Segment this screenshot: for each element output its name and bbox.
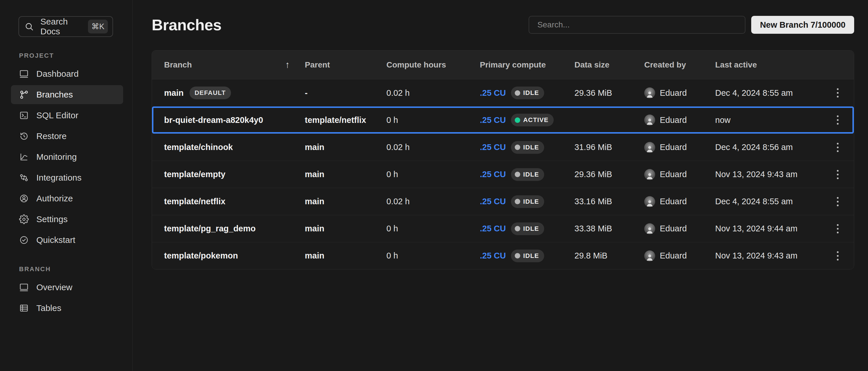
parent-branch: - — [305, 88, 386, 98]
compute-units-link[interactable]: .25 CU — [480, 197, 506, 206]
table-row[interactable]: br-quiet-dream-a820k4y0 template/netflix… — [152, 106, 854, 133]
compute-units-link[interactable]: .25 CU — [480, 251, 506, 260]
sidebar-item-label: SQL Editor — [36, 111, 79, 120]
sidebar-item-branches[interactable]: Branches — [11, 85, 123, 104]
row-menu-button[interactable] — [834, 85, 841, 100]
nav-section-label-project: PROJECT — [19, 52, 132, 59]
search-docs-button[interactable]: Search Docs ⌘K — [19, 16, 113, 37]
last-active: Dec 4, 2024 8:56 am — [715, 143, 826, 152]
column-header-branch[interactable]: Branch ↑ — [164, 59, 305, 70]
search-docs-label: Search Docs — [40, 17, 82, 36]
column-header-data-size[interactable]: Data size — [575, 60, 644, 69]
column-header-compute-hours[interactable]: Compute hours — [386, 60, 480, 69]
branch-name: br-quiet-dream-a820k4y0 — [164, 115, 263, 125]
row-menu-button[interactable] — [834, 167, 841, 182]
branch-name: template/chinook — [164, 143, 233, 152]
row-menu-button[interactable] — [834, 194, 841, 209]
sidebar-item-label: Settings — [36, 214, 67, 224]
branch-search-input[interactable] — [529, 16, 745, 34]
last-active: Dec 4, 2024 8:55 am — [715, 88, 826, 98]
parent-branch: main — [305, 197, 386, 206]
table-row[interactable]: main DEFAULT - 0.02 h .25 CU IDLE 29.36 … — [152, 79, 854, 106]
compute-units-link[interactable]: .25 CU — [480, 224, 506, 234]
branch-name: main — [164, 88, 184, 98]
sidebar-item-overview[interactable]: Overview — [11, 278, 123, 297]
data-size: 33.16 MiB — [575, 197, 644, 206]
header-actions: New Branch 7/100000 — [529, 16, 854, 34]
compute-units-link[interactable]: .25 CU — [480, 115, 506, 125]
sidebar-item-label: Dashboard — [36, 69, 79, 79]
column-header-created-by[interactable]: Created by — [644, 60, 715, 69]
parent-branch: main — [305, 224, 386, 234]
sidebar-item-restore[interactable]: Restore — [11, 127, 123, 146]
status-badge: IDLE — [511, 195, 544, 208]
page-title: Branches — [152, 16, 221, 34]
last-active: Nov 13, 2024 9:43 am — [715, 251, 826, 260]
column-header-parent[interactable]: Parent — [305, 60, 386, 69]
avatar — [644, 169, 655, 180]
parent-branch: main — [305, 251, 386, 260]
sidebar-item-quickstart[interactable]: Quickstart — [11, 230, 123, 250]
compute-hours: 0.02 h — [386, 197, 480, 206]
branch-name: template/pokemon — [164, 251, 238, 260]
settings-icon — [19, 214, 29, 224]
status-dot-icon — [515, 253, 520, 258]
integrations-icon — [19, 173, 29, 183]
nav-section-label-branch: BRANCH — [19, 266, 132, 273]
row-menu-button[interactable] — [834, 248, 841, 264]
status-dot-icon — [515, 145, 520, 150]
column-header-last-active[interactable]: Last active — [715, 60, 826, 69]
table-row[interactable]: template/chinook main 0.02 h .25 CU IDLE… — [152, 133, 854, 161]
creator-name: Eduard — [660, 143, 687, 152]
table-row[interactable]: template/empty main 0 h .25 CU IDLE 29.3… — [152, 161, 854, 188]
avatar — [644, 196, 655, 207]
avatar — [644, 142, 655, 153]
parent-branch: main — [305, 143, 386, 152]
status-badge: IDLE — [511, 250, 544, 262]
data-size: 29.36 MiB — [575, 88, 644, 98]
avatar — [644, 87, 655, 98]
table-row[interactable]: template/pokemon main 0 h .25 CU IDLE 29… — [152, 242, 854, 269]
status-dot-icon — [515, 226, 520, 231]
row-menu-button[interactable] — [834, 221, 841, 236]
nav-list: Overview Tables — [0, 277, 132, 318]
creator-name: Eduard — [660, 169, 687, 179]
status-badge: IDLE — [511, 141, 544, 154]
tables-icon — [19, 303, 29, 313]
status-badge: ACTIVE — [511, 114, 554, 126]
sidebar-item-authorize[interactable]: Authorize — [11, 189, 123, 208]
sort-asc-icon[interactable]: ↑ — [285, 59, 290, 70]
sidebar-item-monitoring[interactable]: Monitoring — [11, 147, 123, 166]
parent-branch: main — [305, 169, 386, 179]
table-header-row: Branch ↑ Parent Compute hours Primary co… — [152, 51, 854, 79]
creator-name: Eduard — [660, 197, 687, 206]
sidebar-item-settings[interactable]: Settings — [11, 210, 123, 229]
sidebar-item-sql-editor[interactable]: SQL Editor — [11, 106, 123, 125]
overview-icon — [19, 282, 29, 292]
compute-units-link[interactable]: .25 CU — [480, 143, 506, 152]
avatar — [644, 250, 655, 261]
compute-units-link[interactable]: .25 CU — [480, 169, 506, 179]
sidebar-item-integrations[interactable]: Integrations — [11, 168, 123, 187]
compute-units-link[interactable]: .25 CU — [480, 88, 506, 98]
default-badge: DEFAULT — [189, 87, 231, 99]
column-header-primary-compute[interactable]: Primary compute — [480, 60, 575, 69]
sidebar-item-label: Restore — [36, 131, 67, 141]
branch-name: template/netflix — [164, 197, 225, 206]
sidebar-item-label: Integrations — [36, 173, 82, 183]
status-badge: IDLE — [511, 87, 544, 99]
app-window: Search Docs ⌘K PROJECT Dashboard Branche… — [0, 0, 868, 371]
branches-table: Branch ↑ Parent Compute hours Primary co… — [152, 50, 854, 270]
table-row[interactable]: template/netflix main 0.02 h .25 CU IDLE… — [152, 188, 854, 215]
sidebar-item-tables[interactable]: Tables — [11, 299, 123, 318]
table-row[interactable]: template/pg_rag_demo main 0 h .25 CU IDL… — [152, 215, 854, 242]
data-size: 33.38 MiB — [575, 224, 644, 234]
row-menu-button[interactable] — [834, 140, 841, 155]
creator-name: Eduard — [660, 88, 687, 98]
sidebar-item-dashboard[interactable]: Dashboard — [11, 64, 123, 83]
row-menu-button[interactable] — [834, 113, 841, 127]
last-active: Dec 4, 2024 8:55 am — [715, 197, 826, 206]
compute-hours: 0 h — [386, 251, 480, 260]
new-branch-button[interactable]: New Branch 7/100000 — [751, 16, 854, 34]
compute-hours: 0 h — [386, 169, 480, 179]
